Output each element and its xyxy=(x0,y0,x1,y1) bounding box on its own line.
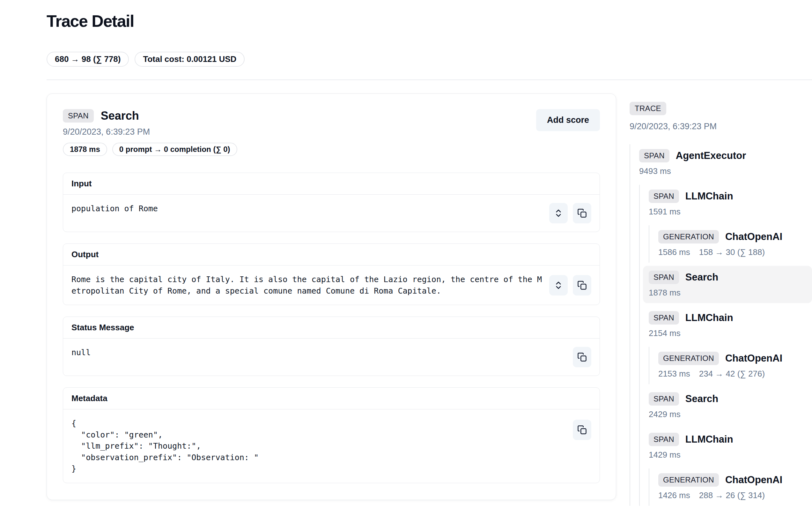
section-actions xyxy=(573,420,591,440)
tree-children: SPAN AgentExecutor 9493 ms SPAN LLMChain… xyxy=(629,144,812,506)
section-body: population of Rome xyxy=(63,195,599,232)
section-status-message: Status Message null xyxy=(63,317,600,376)
tree-node-llmchain[interactable]: SPAN LLMChain 2154 ms xyxy=(643,306,812,344)
tree-node-name: Search xyxy=(685,393,718,405)
span-tokens-badge: 0 prompt → 0 completion (∑ 0) xyxy=(112,143,237,156)
section-label: Metadata xyxy=(63,388,599,410)
tree-node-name: LLMChain xyxy=(685,312,733,324)
tree-node-head[interactable]: SPAN LLMChain xyxy=(649,433,806,446)
section-actions xyxy=(549,203,591,224)
tree-node-head[interactable]: SPAN AgentExecutor xyxy=(639,149,806,162)
trace-detail-page: Trace Detail 680 → 98 (∑ 778) Total cost… xyxy=(0,0,812,509)
tree-node-meta: 1878 ms xyxy=(649,288,806,298)
tree-node-latency: 2429 ms xyxy=(649,410,681,419)
tree-node-search[interactable]: SPAN Search 2429 ms xyxy=(643,387,812,425)
tree-node-type-badge: SPAN xyxy=(649,392,679,406)
content-row: SPAN Search 9/20/2023, 6:39:23 PM 1878 m… xyxy=(46,94,812,509)
span-type-badge: SPAN xyxy=(63,109,94,123)
tree-node-chatopenai[interactable]: GENERATION ChatOpenAI 1426 ms 288 → 26 (… xyxy=(653,469,812,506)
tree-node-meta: 2429 ms xyxy=(649,410,806,419)
tree-node-latency: 1878 ms xyxy=(649,288,681,298)
tree-node-name: ChatOpenAI xyxy=(725,231,782,243)
span-detail-card: SPAN Search 9/20/2023, 6:39:23 PM 1878 m… xyxy=(46,94,616,500)
span-card-header-left: SPAN Search 9/20/2023, 6:39:23 PM 1878 m… xyxy=(63,109,237,156)
tree-children: GENERATION ChatOpenAI 2153 ms 234 → 42 (… xyxy=(649,347,812,384)
tree-node-name: AgentExecutor xyxy=(676,150,746,161)
tree-node-chatopenai[interactable]: GENERATION ChatOpenAI 2153 ms 234 → 42 (… xyxy=(653,347,812,384)
tree-node-type-badge: SPAN xyxy=(649,271,679,284)
span-latency-badge: 1878 ms xyxy=(63,143,107,156)
tree-node-meta: 1426 ms 288 → 26 (∑ 314) xyxy=(658,490,806,500)
tree-node-chatopenai[interactable]: GENERATION ChatOpenAI 1586 ms 158 → 30 (… xyxy=(653,225,812,263)
tree-node-type-badge: SPAN xyxy=(649,433,679,446)
tree-node-agentexecutor[interactable]: SPAN AgentExecutor 9493 ms xyxy=(634,144,812,182)
tree-node-type-badge: SPAN xyxy=(639,149,669,162)
tree-node-head[interactable]: GENERATION ChatOpenAI xyxy=(658,230,806,243)
section-content: population of Rome xyxy=(71,203,542,224)
span-card-header: SPAN Search 9/20/2023, 6:39:23 PM 1878 m… xyxy=(63,109,600,156)
section-content: null xyxy=(71,347,547,367)
tree-node-name: LLMChain xyxy=(685,434,733,445)
tree-node-head[interactable]: GENERATION ChatOpenAI xyxy=(658,473,806,487)
section-body: { "color": "green", "llm_prefix": "Thoug… xyxy=(63,410,599,483)
trace-summary-badges: 680 → 98 (∑ 778) Total cost: 0.00121 USD xyxy=(46,52,812,67)
span-timestamp: 9/20/2023, 6:39:23 PM xyxy=(63,127,237,137)
tree-node-name: ChatOpenAI xyxy=(725,353,782,364)
tree-node-search[interactable]: SPAN Search 1878 ms xyxy=(643,266,812,303)
tree-node-latency: 9493 ms xyxy=(639,166,671,176)
copy-icon[interactable] xyxy=(573,275,591,296)
tree-node-head[interactable]: SPAN Search xyxy=(649,392,806,406)
tree-node-head[interactable]: SPAN LLMChain xyxy=(649,189,806,203)
section-label: Status Message xyxy=(63,317,599,339)
tree-node-llmchain[interactable]: SPAN LLMChain 1591 ms xyxy=(643,185,812,222)
section-actions xyxy=(549,275,591,296)
tree-node-type-badge: SPAN xyxy=(649,189,679,203)
section-metadata: Metadata { "color": "green", "llm_prefix… xyxy=(63,387,600,483)
section-output: Output Rome is the capital city of Italy… xyxy=(63,243,600,305)
tree-node-name: LLMChain xyxy=(685,190,733,202)
copy-icon[interactable] xyxy=(573,203,591,224)
tree-node-type-badge: GENERATION xyxy=(658,473,719,487)
chevrons-up-down-icon[interactable] xyxy=(549,203,568,224)
span-stat-pills: 1878 ms 0 prompt → 0 completion (∑ 0) xyxy=(63,143,237,156)
copy-icon[interactable] xyxy=(573,420,591,440)
tree-node-latency: 1591 ms xyxy=(649,207,681,217)
tree-children: SPAN LLMChain 1591 ms GENERATION ChatOpe… xyxy=(639,185,812,506)
tree-node-meta: 2154 ms xyxy=(649,328,806,338)
tree-node-type-badge: GENERATION xyxy=(658,351,719,365)
tree-node-latency: 1586 ms xyxy=(658,247,690,257)
tree-node-meta: 1591 ms xyxy=(649,207,806,217)
trace-tree-panel: TRACE 9/20/2023, 6:39:23 PM SPAN AgentEx… xyxy=(629,94,812,509)
tree-node-latency: 2154 ms xyxy=(649,328,681,338)
tree-node-llmchain[interactable]: SPAN LLMChain 1429 ms xyxy=(643,428,812,465)
add-score-button[interactable]: Add score xyxy=(536,109,600,131)
trace-root-item[interactable]: TRACE xyxy=(629,102,666,115)
section-actions xyxy=(573,347,591,367)
tree-node-latency: 2153 ms xyxy=(658,369,690,379)
tree-node-meta: 9493 ms xyxy=(639,166,806,176)
trace-timestamp: 9/20/2023, 6:39:23 PM xyxy=(629,121,812,131)
tree-node-meta: 1429 ms xyxy=(649,450,806,460)
tree-node-head[interactable]: SPAN Search xyxy=(649,271,806,284)
section-body: Rome is the capital city of Italy. It is… xyxy=(63,266,599,305)
tree-children: GENERATION ChatOpenAI 1426 ms 288 → 26 (… xyxy=(649,469,812,506)
trace-tokens-badge: 680 → 98 (∑ 778) xyxy=(46,52,129,67)
tree-node-meta: 2153 ms 234 → 42 (∑ 276) xyxy=(658,369,806,379)
observation-tree: SPAN AgentExecutor 9493 ms SPAN LLMChain… xyxy=(629,144,812,506)
span-title: Search xyxy=(101,109,139,123)
copy-icon[interactable] xyxy=(573,347,591,367)
tree-node-head[interactable]: GENERATION ChatOpenAI xyxy=(658,351,806,365)
section-content: { "color": "green", "llm_prefix": "Thoug… xyxy=(71,418,547,474)
tree-node-name: Search xyxy=(685,272,718,283)
chevrons-up-down-icon[interactable] xyxy=(549,275,568,296)
tree-node-meta: 1586 ms 158 → 30 (∑ 188) xyxy=(658,247,806,257)
header-divider xyxy=(46,80,812,80)
tree-node-type-badge: GENERATION xyxy=(658,230,719,243)
section-content: Rome is the capital city of Italy. It is… xyxy=(71,274,542,297)
tree-node-type-badge: SPAN xyxy=(649,311,679,325)
tree-node-head[interactable]: SPAN LLMChain xyxy=(649,311,806,325)
span-title-row: SPAN Search xyxy=(63,109,237,123)
tree-children: GENERATION ChatOpenAI 1586 ms 158 → 30 (… xyxy=(649,225,812,263)
tree-node-tokens: 288 → 26 (∑ 314) xyxy=(699,490,765,500)
tree-node-tokens: 158 → 30 (∑ 188) xyxy=(699,247,765,257)
